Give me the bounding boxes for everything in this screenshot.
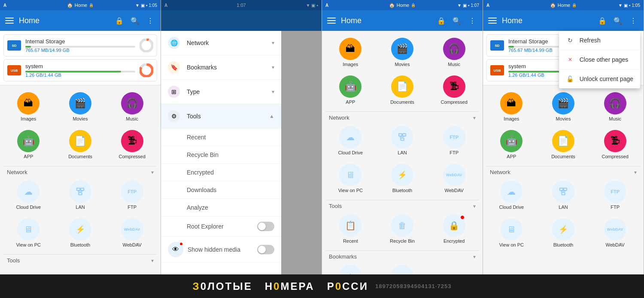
grid-icon-compressed-3: 🗜 [443, 75, 465, 98]
grid-item-clouddrive-4[interactable]: ☁ Cloud Drive [486, 177, 537, 213]
grid-item-ftp-1[interactable]: FTP FTP [107, 177, 157, 213]
close-pages-icon: ✕ [566, 55, 574, 64]
search-button-1[interactable]: 🔍 [130, 15, 140, 26]
grid-item-documents-1[interactable]: 📄 Documents [55, 126, 106, 163]
grid-item-music-4[interactable]: 🎧 Music [590, 89, 640, 125]
grid-item-app-3[interactable]: 🤖 APP [325, 72, 376, 108]
submenu-recent[interactable]: Recent [161, 129, 281, 146]
grid-label-ftp-1: FTP [128, 205, 137, 210]
grid-item-lan-3[interactable]: LAN [377, 123, 428, 159]
grid-item-webdav-3[interactable]: WebDAV WebDAV [429, 160, 479, 196]
tools-header-1: Tools ▾ [3, 254, 157, 265]
grid-label-recent-3: Recent [343, 238, 358, 244]
grid-label-app-3: APP [346, 99, 355, 105]
submenu-rootexplorer[interactable]: Root Explorer [161, 217, 281, 237]
submenu-hiddenmedia[interactable]: 👁 Show hidden media [161, 237, 281, 263]
lock-button-1[interactable]: 🔒 [114, 15, 125, 26]
bookmarks-header-3: Bookmarks ▾ [325, 250, 479, 262]
grid-item-images-3[interactable]: 🏔 Images [325, 34, 376, 70]
grid-icon-movies-4: 🎬 [552, 92, 574, 114]
tools-title-1: Tools [7, 257, 20, 264]
grid-item-compressed-1[interactable]: 🗜 Compressed [107, 126, 157, 163]
dropdown-item-closeothers[interactable]: ✕ Close other pages [559, 50, 640, 69]
grid-item-app-4[interactable]: 🤖 APP [486, 126, 537, 163]
submenu-downloads[interactable]: Downloads [161, 181, 281, 199]
grid-item-recent-3[interactable]: 📋 Recent [325, 211, 376, 247]
grid-icon-ftp-3: FTP [443, 126, 465, 148]
storage-size-internal-1: 765.67 MB/14.99 GB [25, 48, 135, 53]
storage-card-internal-1[interactable]: SD Internal Storage 765.67 MB/14.99 GB [3, 34, 157, 57]
menu-item-bookmarks[interactable]: 🔖 Bookmarks ▾ [161, 55, 281, 80]
grid-item-clouddrive-3[interactable]: ☁ Cloud Drive [325, 123, 376, 159]
grid-item-compressed-4[interactable]: 🗜 Compressed [590, 126, 640, 163]
svg-rect-20 [560, 188, 563, 191]
grid-item-webdav-1[interactable]: WebDAV WebDAV [107, 215, 157, 251]
storage-card-system-1[interactable]: USB system 1.26 GB/1.44 GB [3, 59, 157, 81]
grid-item-clouddrive-1[interactable]: ☁ Cloud Drive [3, 177, 54, 213]
search-button-4[interactable]: 🔍 [613, 15, 623, 26]
menu-button-3[interactable] [327, 18, 336, 24]
grid-item-images-4[interactable]: 🏔 Images [486, 89, 537, 125]
grid-item-recycle-3[interactable]: 🗑 Recycle Bin [377, 211, 428, 247]
grid-item-music-1[interactable]: 🎧 Music [107, 89, 157, 125]
grid-item-add-3[interactable]: + Add [325, 262, 376, 274]
grid-icon-music-4: 🎧 [604, 92, 626, 114]
menu-button-1[interactable] [5, 18, 14, 24]
grid-item-encrypted-3[interactable]: 🔒 Encrypted [429, 211, 479, 247]
grid-item-bluetooth-3[interactable]: ⚡ Bluetooth [377, 160, 428, 196]
grid-item-ftp-3[interactable]: FTP FTP [429, 123, 479, 159]
signal-icon-1: ▣ [141, 3, 145, 8]
menu-button-4[interactable] [488, 18, 497, 24]
grid-item-compressed-3[interactable]: 🗜 Compressed [429, 72, 479, 108]
toggle-hiddenmedia[interactable] [257, 245, 274, 254]
screen-4: A 🏠 Home 🔒 ▼ ▣ ▪ 1:05 Home 🔒 🔍 ⋮ [483, 0, 644, 274]
grid-item-viewonpc-4[interactable]: 🖥 View on PC [486, 215, 537, 251]
grid-item-documents-3[interactable]: 📄 Documents [377, 72, 428, 108]
signal-icon-3: ▣ [463, 3, 467, 8]
dropdown-item-refresh[interactable]: ↻ Refresh [559, 31, 640, 50]
grid-label-webdav-1: WebDAV [123, 242, 142, 247]
grid-item-viewonpc-3[interactable]: 🖥 View on PC [325, 160, 376, 196]
grid-label-app-4: APP [507, 154, 516, 159]
dropdown-label-closeothers: Close other pages [580, 56, 629, 63]
grid-item-download-3[interactable]: ↓ Download [377, 262, 428, 274]
signal-icon-4: ▣ [624, 3, 628, 8]
lock-button-4[interactable]: 🔒 [597, 15, 608, 26]
menu-item-type[interactable]: ⊞ Type ▾ [161, 80, 281, 104]
more-button-1[interactable]: ⋮ [145, 15, 155, 26]
search-button-3[interactable]: 🔍 [452, 15, 462, 26]
grid-item-bluetooth-4[interactable]: ⚡ Bluetooth [538, 215, 589, 251]
grid-item-images-1[interactable]: 🏔 Images [3, 89, 54, 125]
grid-item-ftp-4[interactable]: FTP FTP [590, 177, 640, 213]
submenu-analyze[interactable]: Analyze [161, 199, 281, 217]
submenu-encrypted[interactable]: Encrypted [161, 164, 281, 181]
grid-item-movies-3[interactable]: 🎬 Movies [377, 34, 428, 70]
grid-item-viewonpc-1[interactable]: 🖥 View on PC [3, 215, 54, 251]
lock-button-3[interactable]: 🔒 [436, 15, 447, 26]
menu-item-network[interactable]: 🌐 Network ▾ [161, 31, 281, 55]
toggle-rootexplorer[interactable] [257, 222, 274, 231]
menu-icon-tools: ⚙ [168, 110, 180, 122]
grid-icon-compressed-1: 🗜 [121, 130, 143, 152]
grid-item-movies-4[interactable]: 🎬 Movies [538, 89, 589, 125]
grid-item-lan-4[interactable]: LAN [538, 177, 589, 213]
menu-item-tools[interactable]: ⚙ Tools ▲ [161, 104, 281, 129]
dropdown-item-unlock[interactable]: 🔓 Unlock current page [559, 69, 640, 88]
more-button-4[interactable]: ⋮ [628, 15, 638, 26]
home-icon-1: 🏠 [67, 3, 73, 8]
grid-item-app-1[interactable]: 🤖 APP [3, 126, 54, 163]
grid-icon-clouddrive-1: ☁ [17, 181, 39, 203]
more-button-3[interactable]: ⋮ [467, 15, 477, 26]
grid-item-lan-1[interactable]: LAN [55, 177, 106, 213]
bookmarks-chevron-3: ▾ [473, 254, 476, 260]
grid-item-webdav-4[interactable]: WebDAV WebDAV [590, 215, 640, 251]
grid-icon-movies-1: 🎬 [69, 92, 91, 114]
grid-icon-download-3: ↓ [391, 265, 413, 274]
submenu-recycle[interactable]: Recycle Bin [161, 146, 281, 164]
grid-item-movies-1[interactable]: 🎬 Movies [55, 89, 106, 125]
grid-item-music-3[interactable]: 🎧 Music [429, 34, 479, 70]
refresh-icon: ↻ [566, 36, 574, 45]
grid-label-images-4: Images [504, 116, 519, 121]
grid-item-bluetooth-1[interactable]: ⚡ Bluetooth [55, 215, 106, 251]
grid-item-documents-4[interactable]: 📄 Documents [538, 126, 589, 163]
